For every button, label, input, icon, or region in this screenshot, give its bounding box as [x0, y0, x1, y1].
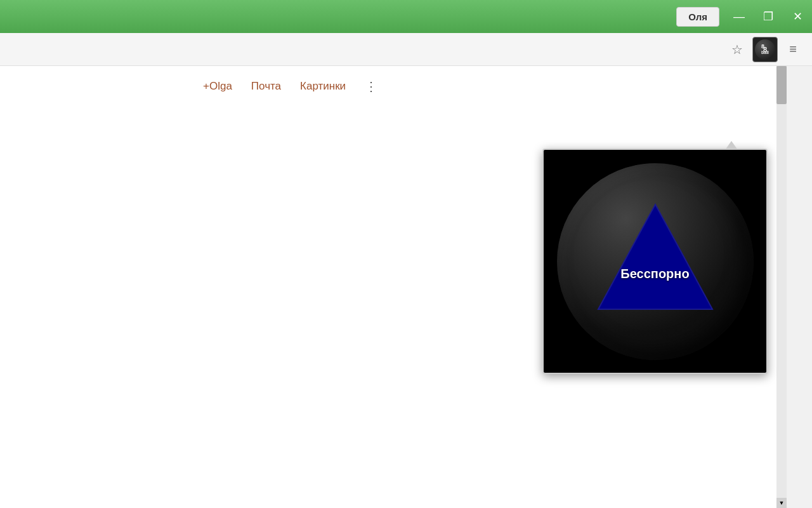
browser-body: +Olga Почта Картинки ⋮ Бесспорно	[0, 66, 812, 508]
toolbar: ☆ 8ball ≡	[0, 33, 812, 66]
scrollbar-down-button[interactable]: ▼	[776, 498, 787, 508]
page-content: +Olga Почта Картинки ⋮ Бесспорно	[0, 66, 787, 508]
browser-window: Оля — ❐ ✕ ☆ 8ball ≡ +Olga Почта Картинки…	[0, 0, 812, 508]
eightball-icon: 8ball	[755, 39, 775, 60]
page-nav: +Olga Почта Картинки ⋮	[0, 66, 787, 107]
user-button[interactable]: Оля	[676, 7, 719, 27]
triangle-container: Бесспорно	[592, 198, 719, 325]
triangle-svg	[592, 198, 719, 325]
titlebar: Оля — ❐ ✕	[0, 0, 812, 33]
magic-8ball: Бесспорно	[557, 163, 754, 360]
nav-pochta[interactable]: Почта	[251, 80, 281, 93]
scrollbar-thumb[interactable]	[776, 66, 787, 104]
eightball-extension-button[interactable]: 8ball	[752, 37, 778, 62]
eightball-popup: Бесспорно	[542, 149, 768, 374]
svg-marker-0	[598, 204, 712, 309]
popup-caret	[725, 141, 738, 150]
restore-button[interactable]: ❐	[754, 0, 783, 33]
answer-text: Бесспорно	[620, 267, 689, 281]
nav-kartinki[interactable]: Картинки	[300, 80, 346, 93]
menu-button[interactable]: ≡	[780, 37, 806, 62]
scrollbar-track: ▲ ▼	[776, 66, 787, 508]
minimize-button[interactable]: —	[724, 0, 754, 33]
nav-more-dots[interactable]: ⋮	[365, 79, 379, 94]
bookmark-button[interactable]: ☆	[724, 37, 750, 62]
nav-plus-olga[interactable]: +Olga	[203, 80, 232, 93]
close-button[interactable]: ✕	[783, 0, 812, 33]
